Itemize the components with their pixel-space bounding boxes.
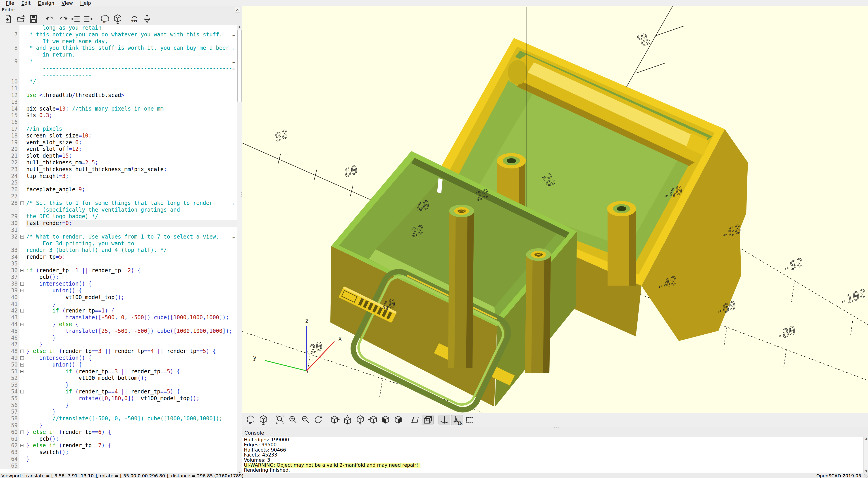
fold-marker[interactable] <box>20 323 24 326</box>
code-row: 51 if (render_tp==3 || render_tp==5) { <box>0 368 237 375</box>
menu-help[interactable]: Help <box>76 0 95 6</box>
view-right-button[interactable] <box>329 415 341 425</box>
unindent-button[interactable] <box>70 14 82 24</box>
redo-button[interactable] <box>57 14 69 24</box>
view-bottom-icon <box>355 415 365 424</box>
fold-marker[interactable] <box>20 201 24 205</box>
zoom-all-icon <box>275 415 285 424</box>
menu-file[interactable]: File <box>2 0 18 6</box>
fold-marker[interactable] <box>20 356 24 360</box>
status-bar: Viewport: translate = [ 3.56 -7.91 -13.1… <box>0 473 868 478</box>
console-line: Volumes: 3 <box>244 457 270 463</box>
code-row: 65 <box>0 463 237 469</box>
stl-icon-label: STL <box>131 19 138 23</box>
show-axes-button[interactable] <box>438 415 450 425</box>
view-orthogonal-icon <box>423 415 432 424</box>
scroll-down-arrow[interactable]: ▼ <box>864 469 868 473</box>
view-back-button[interactable] <box>392 415 404 425</box>
reset-view-button[interactable] <box>312 415 324 425</box>
scrollbar-thumb[interactable] <box>237 30 242 102</box>
console-scrollbar[interactable]: ▲ ▼ <box>864 437 868 473</box>
fold-marker[interactable] <box>20 390 24 394</box>
view-left-button[interactable] <box>367 415 379 425</box>
save-icon <box>29 14 38 24</box>
editor-close-button[interactable]: × <box>235 7 240 12</box>
code-row: 23hull_thickness=hull_thickness_mm*pix_s… <box>0 166 237 173</box>
code-row: 21slot_depth=15; <box>0 152 237 160</box>
fold-marker[interactable] <box>20 309 24 312</box>
view-diagonal-button[interactable] <box>409 415 421 425</box>
new-file-button[interactable] <box>2 14 14 24</box>
code-row: 43 translate([-500, 0, -500]) cube([1000… <box>0 314 237 321</box>
scale-icon-label: 10 <box>458 422 462 424</box>
fold-marker[interactable] <box>20 235 24 239</box>
editor-vertical-scrollbar[interactable]: ▲ ▼ <box>237 25 242 475</box>
render-button[interactable] <box>112 14 124 24</box>
menu-view[interactable]: View <box>58 0 76 6</box>
console-output[interactable]: Halfedges: 199000Edges: 99500Halffacets:… <box>242 437 864 473</box>
code-row: 54 if (render_tp==4 || render_tp==5) { <box>0 388 237 395</box>
show-scale-markers-icon: 10 <box>452 415 462 424</box>
preview-button[interactable]: » <box>245 415 257 425</box>
new-file-icon <box>3 14 13 24</box>
code-row: 52 vt100_model_bottom(); <box>0 375 237 382</box>
resize-grip[interactable] <box>864 474 868 478</box>
console-splitter[interactable] <box>550 427 563 428</box>
send-to-3d-print-button[interactable] <box>141 14 153 24</box>
unindent-icon <box>71 14 80 24</box>
code-row: If we meet some day, <box>0 38 237 45</box>
console-title: Console <box>242 429 868 437</box>
open-file-button[interactable] <box>15 14 27 24</box>
code-row: 59 } <box>0 422 237 429</box>
fold-marker[interactable] <box>20 444 24 447</box>
fold-marker[interactable] <box>20 289 24 293</box>
preview-button[interactable]: » <box>99 14 111 24</box>
print-3d-icon <box>142 14 152 24</box>
view-bottom-button[interactable] <box>354 415 366 425</box>
zoom-in-button[interactable] <box>287 415 299 425</box>
scroll-up-arrow[interactable]: ▲ <box>237 25 242 29</box>
fold-marker[interactable] <box>20 370 24 373</box>
undo-button[interactable] <box>44 14 56 24</box>
export-stl-button[interactable]: STL <box>128 14 140 24</box>
console-line: Edges: 99500 <box>244 442 277 447</box>
show-scale-markers-button[interactable]: 10 <box>451 415 463 425</box>
fold-marker[interactable] <box>20 431 24 434</box>
code-row: 18screen_slot_size=10; <box>0 133 237 139</box>
zoom-out-button[interactable] <box>300 415 311 425</box>
view-all-button[interactable] <box>464 415 476 425</box>
code-row: 62} else if (render_tp==7) { <box>0 442 237 449</box>
fold-marker[interactable] <box>20 269 24 272</box>
gizmo-label-y: y <box>253 354 257 361</box>
code-row: 35 <box>0 261 237 267</box>
viewport-3d[interactable]: 80604080-40-60-80-100-40-60-80-202020402… <box>242 6 868 413</box>
viewport-status-text: Viewport: translate = [ 3.56 -7.91 -13.1… <box>0 473 816 478</box>
view-top-button[interactable] <box>342 415 353 425</box>
save-file-button[interactable] <box>28 14 39 24</box>
menu-edit[interactable]: Edit <box>18 0 34 6</box>
fold-marker[interactable] <box>20 363 24 367</box>
scroll-up-arrow[interactable]: ▲ <box>864 437 868 440</box>
code-row: 36if (render_tp==1 || render_tp==2) { <box>0 267 237 274</box>
code-row: 15$fs=0.3; <box>0 112 237 119</box>
code-row: 29the DEC logo badge) */ <box>0 213 237 220</box>
console-title-label: Console <box>244 430 264 436</box>
console-line: Halffacets: 90466 <box>244 447 286 453</box>
view-orthogonal-button[interactable] <box>422 415 434 425</box>
code-row: 37 pcb(); <box>0 274 237 281</box>
code-row: 40 vt100_model_top(); <box>0 294 237 301</box>
fold-marker[interactable] <box>20 282 24 285</box>
reset-view-icon <box>313 415 323 424</box>
menu-design[interactable]: Design <box>34 0 58 6</box>
indent-button[interactable] <box>82 14 94 24</box>
code-editor[interactable]: long as you retain7 * this notice you ca… <box>0 25 237 475</box>
code-row: 25 <box>0 179 237 186</box>
fold-marker[interactable] <box>20 349 24 353</box>
view-front-button[interactable] <box>380 415 392 425</box>
code-row: 9 *↵ <box>0 58 237 65</box>
code-row: (specifically the ventilation gratings a… <box>0 207 237 213</box>
zoom-all-button[interactable] <box>274 415 286 425</box>
render-button[interactable] <box>257 415 269 425</box>
model-bottom-screw-cylinder <box>525 248 551 373</box>
code-row: 8 * and you think this stuff is worth it… <box>0 45 237 52</box>
